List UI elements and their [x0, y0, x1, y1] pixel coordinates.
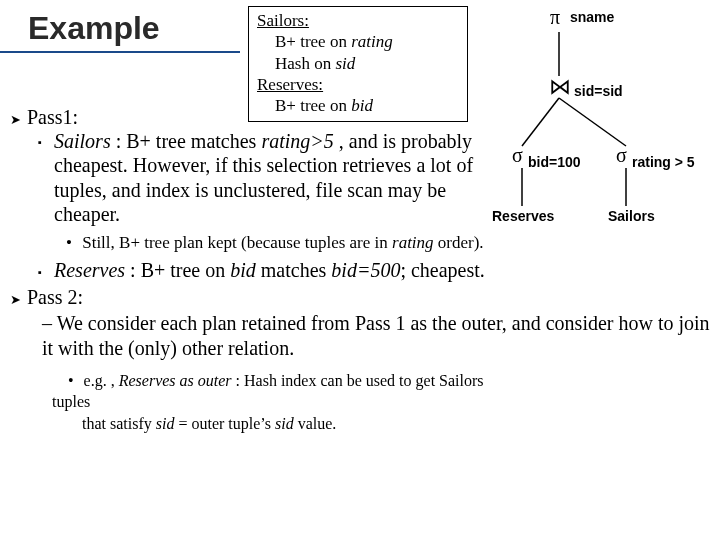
- sailors-name: Sailors: [54, 130, 111, 152]
- reserves-name: Reserves: [54, 259, 125, 281]
- pass2-example-tuples: tuples: [52, 391, 710, 413]
- body-content: Pass1: Sailors : B+ tree matches rating>…: [10, 106, 710, 435]
- reserves-text-f: ; cheapest.: [400, 259, 484, 281]
- pass1-sailors-block: Sailors : B+ tree matches rating>5 , and…: [54, 129, 492, 227]
- pass2-example-cond: that satisfy sid = outer tuple’s sid val…: [82, 413, 710, 435]
- eg-cond-a: that satisfy: [82, 415, 156, 432]
- still-text-a: Still, B+ tree plan kept (because tuples…: [82, 233, 392, 252]
- pass1-reserves-line: Reserves : B+ tree on bid matches bid=50…: [54, 259, 710, 282]
- reserves-text-b: : B+ tree on: [125, 259, 230, 281]
- sailors-cond: rating>5: [261, 130, 333, 152]
- eg-sid1: sid: [156, 415, 175, 432]
- eg-reserves-outer: Reserves as outer: [119, 372, 232, 389]
- sailors-heading: Sailors:: [257, 11, 309, 30]
- pass2-example-line: e.g. , Reserves as outer : Hash index ca…: [68, 370, 710, 392]
- reserves-text-d: matches: [256, 259, 332, 281]
- project-operator-icon: π: [550, 6, 560, 29]
- reserves-cond: bid=500: [331, 259, 400, 281]
- eg-sid2: sid: [275, 415, 294, 432]
- sailors-btree: B+ tree on: [275, 32, 351, 51]
- pass2-heading: Pass 2:: [10, 286, 710, 309]
- pass2-text: We consider each plan retained from Pass…: [42, 312, 710, 360]
- slide-title: Example: [0, 10, 240, 53]
- eg-cond-c: = outer tuple’s: [174, 415, 275, 432]
- sailors-hash: Hash on: [275, 54, 335, 73]
- reserves-bid: bid: [230, 259, 256, 281]
- join-condition: sid=sid: [574, 83, 623, 99]
- join-operator-icon: ⋈: [549, 74, 571, 100]
- sailors-btree-key: rating: [351, 32, 393, 51]
- pass2-dash: –: [42, 312, 57, 334]
- eg-a: e.g. ,: [84, 372, 119, 389]
- reserves-heading: Reserves:: [257, 75, 323, 94]
- eg-cond-e: value.: [294, 415, 337, 432]
- pass2-body: – We consider each plan retained from Pa…: [42, 311, 710, 362]
- still-text-c: order).: [434, 233, 484, 252]
- eg-c: : Hash index can be used to get Sailors: [232, 372, 484, 389]
- sailors-hash-key: sid: [335, 54, 355, 73]
- sailors-text1: : B+ tree matches: [111, 130, 262, 152]
- project-attr: sname: [570, 9, 614, 25]
- still-rating: rating: [392, 233, 434, 252]
- pass1-still-line: Still, B+ tree plan kept (because tuples…: [66, 233, 710, 253]
- pass1-heading: Pass1:: [10, 106, 710, 129]
- index-info-box: Sailors: B+ tree on rating Hash on sid R…: [248, 6, 468, 122]
